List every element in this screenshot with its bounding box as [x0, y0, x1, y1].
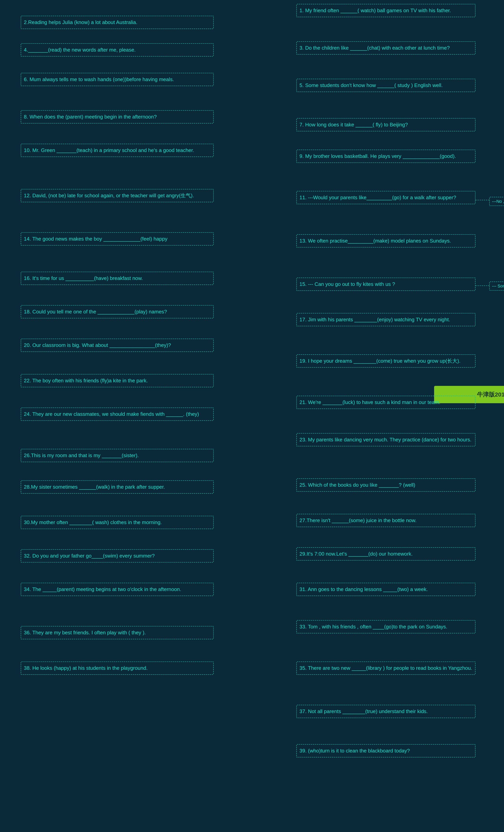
question-card-q39: 39. (who)turn is it to clean the blackbo…: [296, 744, 475, 757]
question-card-q25: 25. Which of the books do you like _____…: [296, 478, 475, 492]
question-card-q33: 33. Tom , with his friends , often ____(…: [296, 620, 475, 633]
question-card-q26: 26.This is my room and that is my ______…: [21, 449, 214, 462]
question-card-q35: 35. There are two new _____(library ) fo…: [296, 661, 475, 675]
question-card-q4: 4._______(read) the new words after me, …: [21, 43, 214, 56]
question-card-q13: 13. We often practise_________(make) mod…: [296, 234, 475, 248]
question-card-q1: 1. My friend often ______( watch) ball g…: [296, 4, 475, 17]
question-card-q8: 8. When does the (parent) meeting begin …: [21, 110, 214, 124]
question-card-q7: 7. How long does it take ______( fly) to…: [296, 118, 475, 131]
question-card-q29: 29.It's 7:00 now.Let's _______(do) our h…: [296, 547, 475, 561]
question-card-q2: 2.Reading helps Julia (know) a lot about…: [21, 16, 214, 29]
question-card-q9: 9. My brother loves basketball. He plays…: [296, 150, 475, 163]
answer-bubble-a15: --- Sorry, I can't. I __________(chat) w…: [489, 282, 504, 291]
question-card-q23: 23. My parents like dancing very much. T…: [296, 433, 475, 446]
answer-bubble-a11: ---No ,they like shopping.: [489, 197, 504, 206]
question-card-q6: 6. Mum always tells me to wash hands (on…: [21, 73, 214, 86]
question-card-q11: 11. ---Would your parents like_________(…: [296, 191, 475, 204]
question-card-q28: 28.My sister sometimes ______(walk) in t…: [21, 480, 214, 494]
question-card-q20: 20. Our classroom is big. What about ___…: [21, 339, 214, 352]
question-card-q17: 17. Jim with his parents ________(enjoy)…: [296, 313, 475, 326]
question-card-q37: 37. Not all parents ________(true) under…: [296, 705, 475, 718]
question-card-q12: 12. David, (not be) late for school agai…: [21, 189, 214, 202]
question-card-q31: 31. Ann goes to the dancing lessons ____…: [296, 583, 475, 596]
question-card-q19: 19. I hope your dreams ________(come) tr…: [296, 355, 475, 368]
question-card-q10: 10. Mr. Green _______(teach) in a primar…: [21, 144, 214, 157]
question-card-q22: 22. The boy often with his friends (fly)…: [21, 374, 214, 387]
question-card-q34: 34. The _____(parent) meeting begins at …: [21, 583, 214, 596]
question-card-q18: 18. Could you tell me one of the _______…: [21, 305, 214, 318]
question-card-q36: 36. They are my best friends. I often pl…: [21, 626, 214, 639]
question-card-q14: 14. The good news makes the boy ________…: [21, 232, 214, 245]
connector-q11: [475, 200, 489, 200]
question-card-q24: 24. They are our new classmates, we shou…: [21, 408, 214, 421]
question-card-q15: 15. --- Can you go out to fly kites with…: [296, 278, 475, 291]
question-card-q5: 5. Some students don't know how ______( …: [296, 79, 475, 92]
question-card-q32: 32. Do you and your father go____(swim) …: [21, 549, 214, 563]
question-card-q38: 38. He looks (happy) at his students in …: [21, 661, 214, 675]
question-card-q21: 21. We're _______(luck) to have such a k…: [296, 396, 475, 409]
connector-q15: [475, 285, 489, 286]
question-card-q3: 3. Do the children like ______(chat) wit…: [296, 41, 475, 55]
question-card-q16: 16. It's time for us __________(have) br…: [21, 272, 214, 285]
question-card-q30: 30.My mother often ________( wash) cloth…: [21, 516, 214, 529]
question-card-q27: 27.There isn't ______(some) juice in the…: [296, 514, 475, 527]
